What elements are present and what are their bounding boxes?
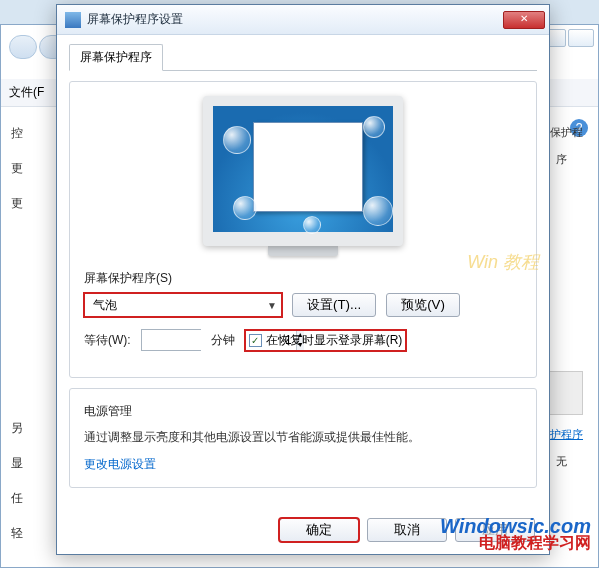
settings-button[interactable]: 设置(T)...	[292, 293, 376, 317]
tab-screensaver[interactable]: 屏幕保护程序	[69, 44, 163, 71]
wait-label: 等待(W):	[84, 332, 131, 349]
bg-sidebar-upper: 控 更 更	[11, 125, 23, 212]
ok-button[interactable]: 确定	[279, 518, 359, 542]
chevron-down-icon: ▼	[267, 300, 277, 311]
bubble-icon	[223, 126, 251, 154]
nav-back[interactable]	[9, 35, 37, 59]
screensaver-combo[interactable]: 气泡 ▼	[84, 293, 282, 317]
resume-checkbox-wrap[interactable]: ✓ 在恢复时显示登录屏幕(R)	[245, 330, 407, 351]
preview-monitor	[203, 96, 403, 246]
preview-monitor-wrap	[84, 96, 522, 256]
resume-checkbox-label: 在恢复时显示登录屏幕(R)	[266, 332, 403, 349]
screensaver-label: 屏幕保护程序(S)	[84, 270, 522, 287]
side-item[interactable]: 轻	[11, 525, 23, 542]
bg-close[interactable]	[568, 29, 594, 47]
resume-checkbox[interactable]: ✓	[249, 334, 262, 347]
bubble-icon	[363, 116, 385, 138]
screensaver-group: 屏幕保护程序(S) 气泡 ▼ 设置(T)... 预览(V) 等待(W): ▲ ▼	[69, 81, 537, 378]
wait-spinbox[interactable]: ▲ ▼	[141, 329, 201, 351]
bubble-icon	[233, 196, 257, 220]
file-menu[interactable]: 文件(F	[9, 84, 44, 101]
cancel-button[interactable]: 取消	[367, 518, 447, 542]
monitor-stand	[268, 246, 338, 256]
change-power-link[interactable]: 更改电源设置	[84, 457, 156, 471]
preview-button[interactable]: 预览(V)	[386, 293, 460, 317]
close-button[interactable]: ✕	[503, 11, 545, 29]
side-item[interactable]: 任	[11, 490, 23, 507]
watermark-site: 电脑教程学习网	[479, 533, 591, 554]
tab-row: 屏幕保护程序	[69, 43, 537, 71]
power-title: 电源管理	[84, 403, 522, 420]
right-none: 无	[556, 454, 567, 469]
preview-screen	[213, 106, 393, 232]
right-label: 序	[556, 152, 567, 167]
bubble-icon	[363, 196, 393, 226]
side-item[interactable]: 更	[11, 195, 23, 212]
side-item[interactable]: 显	[11, 455, 23, 472]
preview-inner-window	[253, 122, 363, 212]
side-item[interactable]: 更	[11, 160, 23, 177]
dialog-title: 屏幕保护程序设置	[87, 11, 503, 28]
bubble-icon	[303, 216, 321, 234]
side-item[interactable]: 控	[11, 125, 23, 142]
bg-sidebar-lower: 另 显 任 轻	[11, 420, 23, 542]
side-item[interactable]: 另	[11, 420, 23, 437]
power-desc: 通过调整显示亮度和其他电源设置以节省能源或提供最佳性能。	[84, 428, 522, 446]
wait-unit: 分钟	[211, 332, 235, 349]
screensaver-select-row: 气泡 ▼ 设置(T)... 预览(V)	[84, 293, 522, 317]
screensaver-settings-dialog: 屏幕保护程序设置 ✕ 屏幕保护程序	[56, 4, 550, 555]
wait-row: 等待(W): ▲ ▼ 分钟 ✓ 在恢复时显示登录屏幕(R)	[84, 329, 522, 351]
power-group: 电源管理 通过调整显示亮度和其他电源设置以节省能源或提供最佳性能。 更改电源设置	[69, 388, 537, 488]
combo-value: 气泡	[93, 297, 117, 314]
watermark-text: Win 教程	[467, 250, 539, 274]
titlebar[interactable]: 屏幕保护程序设置 ✕	[57, 5, 549, 35]
dialog-icon	[65, 12, 81, 28]
